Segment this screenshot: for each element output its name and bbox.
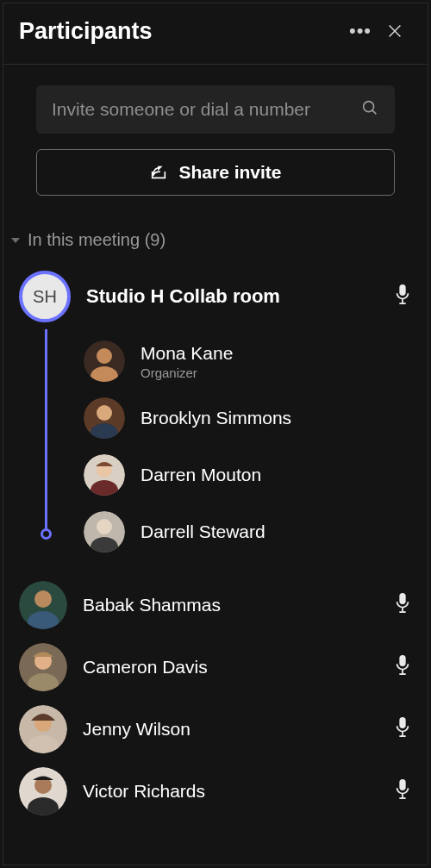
room-avatar-initials: SH	[19, 271, 71, 322]
avatar	[19, 705, 67, 753]
panel-header: Participants •••	[3, 3, 428, 65]
invite-search[interactable]	[36, 85, 395, 134]
mic-icon	[393, 591, 412, 619]
participant-name: Victor Richards	[83, 781, 378, 802]
mic-icon	[393, 777, 412, 805]
caret-down-icon	[9, 234, 22, 247]
share-invite-label: Share invite	[178, 162, 281, 183]
participant-name: Jenny Wilson	[83, 719, 378, 740]
mic-icon	[393, 283, 412, 310]
share-invite-button[interactable]: Share invite	[36, 149, 395, 196]
room-member-row[interactable]: Darren Mouton	[84, 446, 412, 503]
room-member-text: Mona Kane Organizer	[141, 343, 233, 380]
participant-name: Babak Shammas	[83, 595, 378, 615]
svg-point-8	[97, 348, 112, 364]
participants-list: SH Studio H Collab room M	[3, 260, 428, 822]
svg-rect-34	[399, 717, 405, 728]
participant-name: Cameron Davis	[83, 657, 378, 678]
participant-row[interactable]: Babak Shammas	[19, 574, 412, 636]
more-icon: •••	[349, 22, 372, 41]
share-icon	[149, 163, 168, 182]
section-in-meeting[interactable]: In this meeting (9)	[3, 204, 428, 260]
room-members: Mona Kane Organizer Brooklyn Simmons Dar…	[45, 329, 412, 560]
mic-icon	[393, 715, 412, 743]
search-icon	[360, 98, 379, 121]
mic-icon	[393, 653, 412, 681]
more-options-button[interactable]: •••	[343, 14, 378, 48]
participant-row[interactable]: Cameron Davis	[19, 636, 412, 698]
participants-panel: Participants ••• Share invite	[3, 3, 428, 865]
svg-line-3	[372, 110, 376, 114]
participant-row[interactable]: Jenny Wilson	[19, 698, 412, 760]
room-member-row[interactable]: Darrell Steward	[84, 503, 412, 560]
avatar	[84, 511, 125, 553]
svg-point-17	[97, 519, 112, 534]
avatar	[19, 767, 67, 815]
room-member-text: Brooklyn Simmons	[141, 408, 291, 428]
participant-role: Organizer	[141, 365, 233, 380]
svg-rect-22	[399, 593, 405, 604]
room-member-row[interactable]: Mona Kane Organizer	[84, 333, 412, 390]
invite-actions: Share invite	[3, 65, 428, 204]
room-tree-line	[45, 329, 47, 534]
avatar	[84, 454, 125, 496]
participant-name: Darren Mouton	[141, 465, 261, 485]
close-icon	[385, 22, 404, 41]
svg-point-11	[97, 405, 112, 421]
participant-name: Brooklyn Simmons	[141, 408, 291, 428]
avatar	[19, 581, 67, 629]
direct-participants: Babak Shammas Cameron Davis Jenny Wils	[19, 560, 412, 822]
section-label: In this meeting (9)	[28, 230, 166, 250]
participant-row[interactable]: Victor Richards	[19, 760, 412, 822]
svg-point-2	[364, 102, 374, 112]
room-row[interactable]: SH Studio H Collab room	[19, 267, 412, 329]
room-avatar: SH	[19, 271, 71, 322]
svg-rect-28	[399, 655, 405, 666]
room-member-text: Darrell Steward	[141, 521, 265, 542]
svg-rect-4	[399, 284, 405, 296]
panel-title: Participants	[19, 18, 343, 45]
participant-name: Darrell Steward	[141, 521, 265, 542]
avatar	[84, 340, 125, 382]
room-member-row[interactable]: Brooklyn Simmons	[84, 390, 412, 446]
close-button[interactable]	[378, 14, 412, 48]
svg-point-20	[34, 590, 52, 608]
room-name: Studio H Collab room	[86, 285, 378, 308]
room-member-text: Darren Mouton	[141, 465, 261, 485]
participant-name: Mona Kane	[141, 343, 233, 364]
invite-search-input[interactable]	[52, 99, 360, 120]
room-tree-end	[41, 528, 52, 540]
avatar	[19, 643, 67, 691]
avatar	[84, 397, 125, 439]
svg-rect-40	[399, 779, 405, 790]
